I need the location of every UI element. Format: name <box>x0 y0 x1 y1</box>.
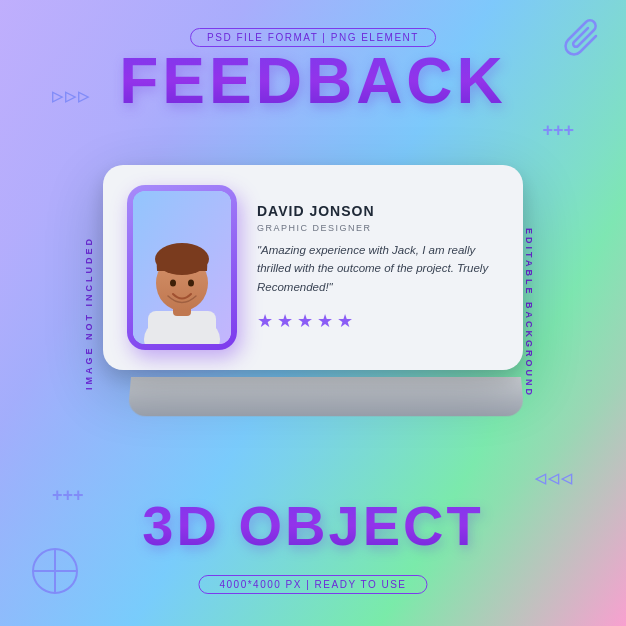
star-4: ★ <box>317 310 333 332</box>
star-3: ★ <box>297 310 313 332</box>
phone-screen <box>133 191 231 344</box>
card-bottom-face <box>128 377 525 416</box>
side-text-right: EDITABLE BACKGROUND <box>524 228 534 398</box>
deco-arrow-left-icon: ▷▷▷ <box>52 88 91 104</box>
star-1: ★ <box>257 310 273 332</box>
side-text-left: IMAGE NOT INCLUDED <box>84 236 94 390</box>
deco-plus-top-right-icon: +++ <box>542 120 574 141</box>
footer-title: 3D OBJECT <box>142 493 483 558</box>
reviewer-name: DAVID JONSON <box>257 203 499 219</box>
page-title: FEEDBACK <box>119 44 507 118</box>
deco-plus-bottom-left-icon: +++ <box>52 485 84 506</box>
reviewer-role: GRAPHIC DESIGNER <box>257 223 499 233</box>
footer-sub-badge: 4000*4000 PX | READY TO USE <box>198 575 427 594</box>
phone-frame <box>127 185 237 350</box>
feedback-card-3d: DAVID JONSON GRAPHIC DESIGNER "Amazing e… <box>103 165 523 395</box>
star-2: ★ <box>277 310 293 332</box>
paperclip-top-right-icon <box>560 18 608 66</box>
deco-circle-bottom-left-icon <box>28 544 82 598</box>
review-text: "Amazing experience with Jack, I am real… <box>257 241 499 296</box>
card-content: DAVID JONSON GRAPHIC DESIGNER "Amazing e… <box>257 203 499 332</box>
svg-point-9 <box>170 280 176 287</box>
svg-point-10 <box>188 280 194 287</box>
person-avatar <box>133 191 231 344</box>
star-5: ★ <box>337 310 353 332</box>
card-main: DAVID JONSON GRAPHIC DESIGNER "Amazing e… <box>103 165 523 370</box>
stars-row: ★ ★ ★ ★ ★ <box>257 310 499 332</box>
deco-arrow-right-icon: ◁◁◁ <box>535 470 574 486</box>
